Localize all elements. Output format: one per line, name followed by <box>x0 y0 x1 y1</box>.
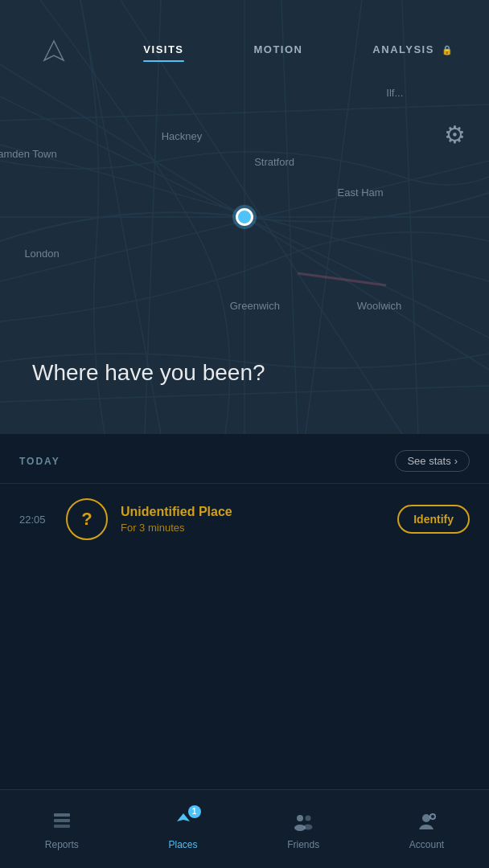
tab-visits[interactable]: VISITS <box>143 43 183 62</box>
visit-icon: ? <box>66 498 108 540</box>
reports-icon-wrap <box>49 809 75 834</box>
bottom-nav-places[interactable]: 1 Places <box>152 800 213 858</box>
tab-analysis[interactable]: ANALYSIS 🔒 <box>372 43 454 62</box>
svg-rect-17 <box>54 825 70 828</box>
svg-point-21 <box>304 824 313 829</box>
visit-row: 22:05 ? Unidentified Place For 3 minutes… <box>0 484 489 555</box>
location-dot <box>236 208 253 226</box>
content-area: TODAY See stats › 22:05 ? Unidentified P… <box>0 434 489 789</box>
visit-name: Unidentified Place <box>121 505 384 519</box>
svg-point-19 <box>306 815 311 821</box>
app-logo[interactable] <box>35 33 73 72</box>
svg-point-24 <box>431 815 434 818</box>
visit-info: Unidentified Place For 3 minutes <box>121 505 384 534</box>
places-icon-wrap: 1 <box>171 809 196 834</box>
bottom-nav-friends[interactable]: Friends <box>271 800 335 858</box>
today-label: TODAY <box>19 456 60 467</box>
top-nav: VISITS MOTION ANALYSIS 🔒 <box>0 0 489 88</box>
question-mark-icon: ? <box>81 509 92 530</box>
bottom-nav-reports[interactable]: Reports <box>29 800 95 858</box>
today-header: TODAY See stats › <box>0 434 489 483</box>
friends-icon <box>292 810 314 833</box>
settings-gear-icon[interactable]: ⚙ <box>444 121 473 149</box>
svg-rect-15 <box>54 813 70 817</box>
chevron-right-icon: › <box>454 455 458 467</box>
visit-time: 22:05 <box>19 514 53 526</box>
reports-icon <box>51 810 73 833</box>
visit-duration: For 3 minutes <box>121 522 384 534</box>
bottom-nav-account[interactable]: Account <box>393 800 460 858</box>
identify-button[interactable]: Identify <box>397 505 470 534</box>
bottom-nav: Reports 1 Places Friends <box>0 789 489 868</box>
tab-motion[interactable]: MOTION <box>253 43 302 62</box>
svg-rect-16 <box>54 819 70 822</box>
lock-icon: 🔒 <box>442 45 454 55</box>
svg-point-22 <box>422 814 430 822</box>
friends-icon-wrap <box>290 809 316 834</box>
account-icon <box>415 810 438 833</box>
svg-line-14 <box>298 273 386 285</box>
places-badge: 1 <box>188 805 201 818</box>
account-icon-wrap <box>413 809 439 834</box>
see-stats-button[interactable]: See stats › <box>395 450 470 472</box>
svg-point-18 <box>297 815 303 821</box>
